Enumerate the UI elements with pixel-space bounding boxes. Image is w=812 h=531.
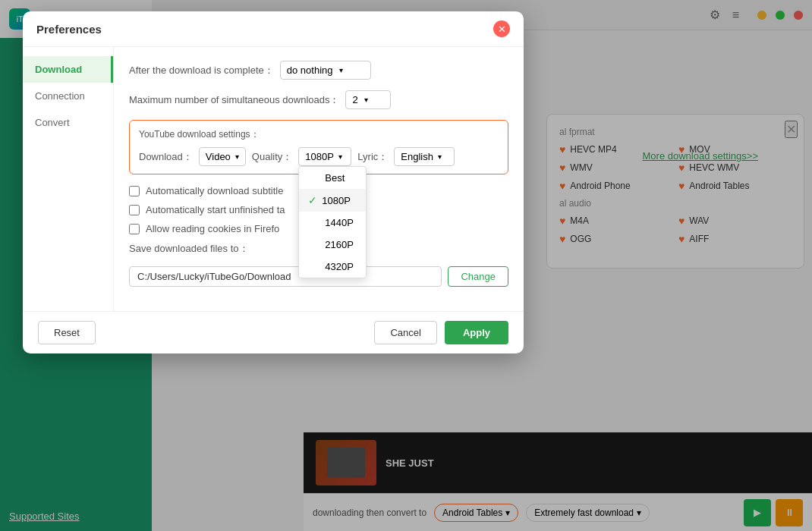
modal-overlay: Preferences ✕ Download Connection Conver…	[0, 0, 812, 531]
quality-option-label: 1440P	[325, 217, 354, 228]
quality-wrapper: 1080P ▾ Best ✓	[298, 147, 351, 166]
dialog-footer: Reset Cancel Apply	[23, 311, 524, 353]
max-downloads-value: 2	[352, 94, 357, 105]
download-type-chevron: ▾	[235, 152, 239, 161]
max-downloads-label: Maximum number of simultaneous downloads…	[129, 93, 339, 107]
quality-option-label: 1080P	[322, 195, 351, 206]
quality-chevron-icon: ▾	[338, 152, 342, 161]
cookies-checkbox[interactable]	[129, 224, 140, 234]
after-download-label: After the download is complete：	[129, 64, 274, 77]
dialog-title: Preferences	[36, 23, 102, 36]
quality-value: 1080P	[305, 151, 334, 162]
unfinished-label: Automatically start unfinished ta	[146, 204, 285, 215]
preferences-dialog: Preferences ✕ Download Connection Conver…	[23, 11, 524, 353]
quality-option-1080p[interactable]: ✓ 1080P	[299, 189, 366, 212]
quality-option-2160p[interactable]: 2160P	[299, 234, 366, 256]
max-downloads-select[interactable]: 2 ▾	[345, 90, 391, 109]
quality-option-label: 4320P	[325, 261, 354, 272]
yt-settings-row: Download： Video ▾ Quality： 1080P ▾	[139, 147, 499, 166]
lyric-label: Lyric：	[357, 150, 388, 164]
nav-item-convert[interactable]: Convert	[23, 109, 113, 136]
quality-check-icon: ✓	[308, 194, 317, 206]
lyric-select[interactable]: English ▾	[394, 147, 455, 166]
dialog-body: Download Connection Convert After the do…	[23, 47, 524, 311]
nav-item-connection[interactable]: Connection	[23, 83, 113, 109]
subtitle-label: Automatically download subtitle	[146, 185, 283, 196]
yt-settings-label: YouTube download settings：	[139, 128, 499, 141]
change-button[interactable]: Change	[448, 266, 508, 287]
save-path-input[interactable]	[129, 266, 442, 287]
save-to-label: Save downloaded files to：	[129, 242, 249, 256]
quality-label: Quality：	[252, 150, 292, 164]
dialog-main: After the download is complete： do nothi…	[114, 47, 524, 311]
cancel-button[interactable]: Cancel	[374, 321, 436, 344]
after-download-chevron: ▾	[339, 66, 343, 74]
dialog-close-button[interactable]: ✕	[493, 20, 510, 37]
max-downloads-row: Maximum number of simultaneous downloads…	[129, 90, 508, 109]
quality-option-best[interactable]: Best	[299, 167, 366, 189]
subtitle-checkbox[interactable]	[129, 186, 140, 196]
cookies-label: Allow reading cookies in Firefo	[146, 223, 279, 234]
download-type-select[interactable]: Video ▾	[199, 147, 246, 166]
after-download-value: do nothing	[287, 64, 333, 76]
unfinished-checkbox[interactable]	[129, 205, 140, 215]
download-type-value: Video	[206, 151, 231, 162]
quality-select-button[interactable]: 1080P ▾	[298, 147, 351, 166]
nav-item-download[interactable]: Download	[23, 56, 113, 83]
youtube-settings-box: YouTube download settings： Download： Vid…	[129, 120, 508, 174]
reset-button[interactable]: Reset	[38, 321, 96, 344]
quality-option-4320p[interactable]: 4320P	[299, 256, 366, 278]
quality-option-1440p[interactable]: 1440P	[299, 212, 366, 234]
lyric-chevron-icon: ▾	[438, 152, 442, 161]
after-download-select[interactable]: do nothing ▾	[280, 61, 371, 80]
download-type-label: Download：	[139, 150, 193, 164]
after-download-row: After the download is complete： do nothi…	[129, 61, 508, 80]
apply-button[interactable]: Apply	[445, 321, 508, 344]
dialog-sidebar: Download Connection Convert	[23, 47, 114, 311]
max-downloads-chevron: ▾	[364, 96, 368, 104]
quality-option-label: Best	[325, 172, 345, 184]
footer-right: Cancel Apply	[374, 321, 508, 344]
dialog-header: Preferences ✕	[23, 11, 524, 47]
quality-dropdown: Best ✓ 1080P 1440P	[298, 166, 367, 278]
quality-option-label: 2160P	[325, 239, 354, 250]
lyric-value: English	[401, 151, 433, 162]
